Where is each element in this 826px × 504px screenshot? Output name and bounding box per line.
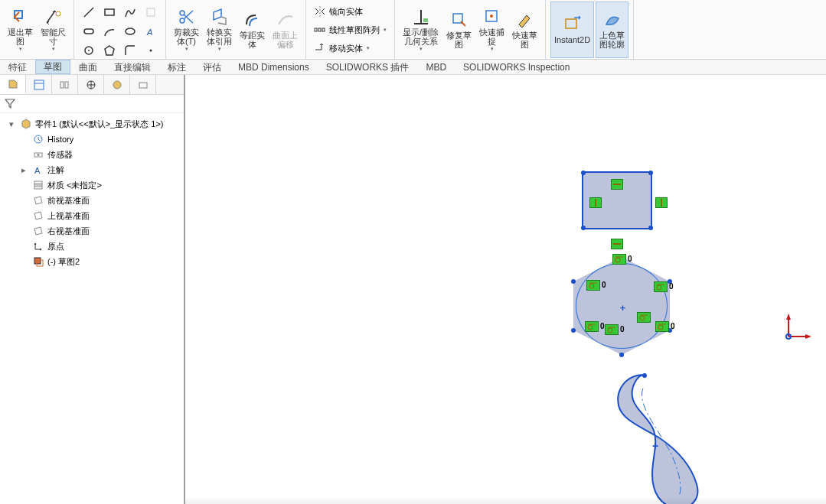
tree-item-label: 材质 <未指定>	[47, 180, 102, 191]
text-tool-button[interactable]: A	[141, 22, 161, 41]
vertex-handle[interactable]	[571, 279, 576, 284]
svg-point-60	[608, 328, 612, 333]
tree-item-sketch2[interactable]: (-) 草图2	[12, 254, 184, 269]
move-entities-button[interactable]: 移动实体 ▾	[311, 40, 390, 57]
graphics-viewport[interactable]: + 0 0 0 0 0 0	[185, 75, 826, 504]
slot-tool-button[interactable]	[79, 22, 99, 41]
shaded-contour-button[interactable]: 上色草 图轮廓	[596, 2, 628, 58]
horizontal-relation-icon[interactable]	[611, 179, 623, 190]
repair-sketch-icon	[450, 11, 469, 29]
tangent-relation-icon[interactable]	[585, 321, 599, 332]
linear-pattern-button[interactable]: 线性草图阵列 ▾	[311, 21, 390, 38]
collapse-icon[interactable]: ▾	[6, 119, 17, 129]
exit-sketch-button[interactable]: 退出草 图 ▾	[5, 2, 36, 58]
smart-dimension-button[interactable]: 智能尺 寸 ▾	[38, 2, 69, 58]
line-tool-button[interactable]	[79, 3, 99, 21]
smart-dimension-icon	[44, 8, 63, 26]
arc-tool-button[interactable]	[100, 22, 119, 41]
display-relations-button[interactable]: 显示/删除 几何关系 ▾	[400, 2, 442, 58]
svg-rect-37	[139, 83, 147, 88]
vertex-handle[interactable]	[571, 328, 576, 333]
property-manager-tab[interactable]	[26, 75, 52, 94]
tangent-relation-icon[interactable]	[637, 312, 651, 323]
display-manager-tab[interactable]	[104, 75, 130, 94]
sketch-spline[interactable]	[614, 373, 721, 504]
trim-tool-icon[interactable]	[141, 3, 161, 21]
configuration-manager-tab[interactable]	[52, 75, 78, 94]
tangent-relation-icon[interactable]	[655, 321, 669, 332]
polygon-tool-button[interactable]	[100, 41, 119, 60]
tree-root-part[interactable]: ▾ 零件1 (默认<<默认>_显示状态 1>)	[0, 116, 184, 132]
tab-direct-edit[interactable]: 直接编辑	[106, 60, 159, 74]
filter-icon[interactable]	[5, 98, 15, 110]
tab-sketch[interactable]: 草图	[35, 60, 70, 74]
svg-point-56	[588, 325, 593, 330]
shaded-contour-icon	[603, 11, 622, 29]
ellipse-tool-button[interactable]	[120, 22, 140, 41]
tangent-relation-icon[interactable]	[654, 281, 668, 292]
vertex-handle[interactable]	[619, 353, 624, 357]
tree-item-front-plane[interactable]: 前视基准面	[12, 193, 184, 208]
tab-inspection[interactable]: SOLIDWORKS Inspection	[455, 60, 578, 74]
linear-pattern-label: 线性草图阵列	[329, 24, 380, 36]
repair-sketch-button[interactable]: 修复草 图	[443, 2, 475, 58]
svg-point-5	[126, 28, 135, 34]
tree-item-material[interactable]: 材质 <未指定>	[12, 177, 184, 193]
rapid-sketch-button[interactable]: 快速草 图	[509, 2, 540, 58]
offset-on-surface-button[interactable]: 曲面上 偏移	[269, 2, 301, 58]
tab-mbd-dimensions[interactable]: MBD Dimensions	[230, 60, 318, 74]
vertex-handle[interactable]	[648, 226, 653, 230]
spline-tool-button[interactable]	[120, 3, 140, 21]
mirror-entities-button[interactable]: 镜向实体	[311, 3, 390, 20]
convert-entities-button[interactable]: 转换实 体引用 ▾	[204, 2, 235, 58]
vertical-relation-icon[interactable]	[655, 197, 668, 208]
relation-annotation: 0	[602, 281, 606, 289]
dropdown-arrow-icon: ▾	[420, 46, 423, 52]
svg-line-1	[84, 8, 93, 17]
orientation-triad[interactable]	[782, 312, 813, 344]
quick-snap-label: 快速捕 捉	[479, 28, 504, 46]
dimxpert-manager-tab[interactable]	[78, 75, 104, 94]
cam-manager-tab[interactable]	[130, 75, 156, 94]
vertical-relation-icon[interactable]	[589, 197, 602, 208]
rectangle-tool-button[interactable]	[100, 3, 119, 21]
surface-offset-icon	[276, 11, 295, 29]
tab-mbd[interactable]: MBD	[417, 60, 455, 74]
quick-snaps-button[interactable]: 快速捕 捉 ▾	[476, 2, 508, 58]
sketch-polygon[interactable]: +	[568, 257, 675, 355]
trim-entities-button[interactable]: 剪裁实 体(T) ▾	[171, 2, 202, 58]
vertex-handle[interactable]	[648, 171, 653, 175]
filter-row	[0, 95, 184, 113]
tree-item-sensors[interactable]: 传感器	[12, 147, 184, 162]
offset-entities-label: 等距实 体	[240, 31, 265, 49]
tangent-relation-icon[interactable]	[612, 254, 626, 265]
offset-entities-button[interactable]: 等距实 体	[237, 2, 268, 58]
tab-annotate[interactable]: 标注	[159, 60, 194, 74]
tree-item-top-plane[interactable]: 上视基准面	[12, 208, 184, 223]
tab-surfaces[interactable]: 曲面	[70, 60, 106, 74]
horizontal-relation-icon[interactable]	[611, 239, 623, 249]
vertex-handle[interactable]	[581, 171, 586, 175]
svg-point-52	[589, 284, 594, 288]
sensor-icon	[32, 148, 44, 161]
cursor-cross-icon: +	[652, 440, 658, 452]
feature-manager-tab[interactable]	[0, 75, 26, 94]
vertex-handle[interactable]	[581, 226, 586, 230]
tab-evaluate[interactable]: 评估	[194, 60, 230, 74]
exit-sketch-icon	[11, 8, 30, 26]
tree-item-annotations[interactable]: ▸A注解	[12, 162, 184, 177]
fillet-tool-button[interactable]	[120, 41, 140, 60]
circle-tool-button[interactable]	[79, 41, 99, 60]
tangent-relation-icon[interactable]	[586, 280, 600, 291]
tab-addins[interactable]: SOLIDWORKS 插件	[318, 60, 418, 74]
scissors-icon	[178, 8, 196, 26]
tree-item-right-plane[interactable]: 右视基准面	[12, 223, 184, 239]
tree-item-origin[interactable]: 原点	[12, 239, 184, 254]
tangent-relation-icon[interactable]	[605, 324, 619, 335]
instant2d-button[interactable]: Instant2D	[550, 2, 594, 58]
sketch-entity-grid: A	[79, 2, 161, 60]
expand-icon[interactable]: ▸	[18, 165, 29, 175]
tab-features[interactable]: 特征	[0, 60, 35, 74]
tree-item-history[interactable]: History	[12, 132, 184, 147]
point-tool-button[interactable]	[141, 41, 161, 60]
